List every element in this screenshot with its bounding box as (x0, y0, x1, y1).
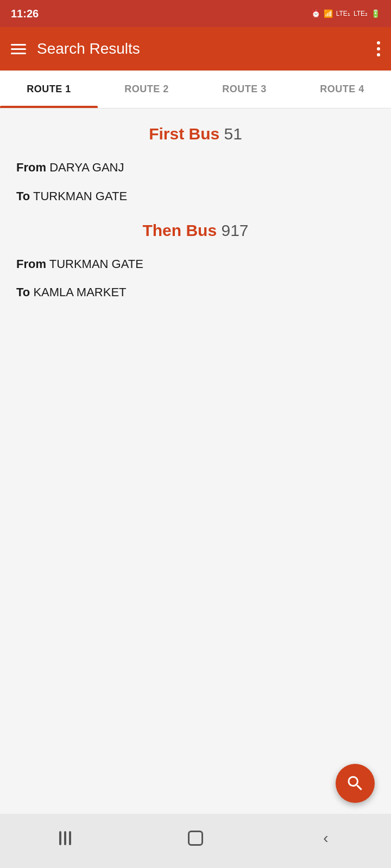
status-icons: ⏰ 📶 LTE₁ LTE₂ 🔋 (311, 9, 380, 18)
then-bus-to: To KAMLA MARKET (16, 284, 375, 301)
search-fab[interactable] (336, 764, 375, 803)
recent-apps-icon (59, 831, 71, 845)
status-time: 11:26 (11, 8, 39, 20)
first-bus-from-place: DARYA GANJ (49, 161, 124, 174)
then-bus-header: Then Bus 917 (16, 221, 375, 240)
first-bus-from-label: From (16, 161, 46, 174)
first-bus-to-label: To (16, 189, 30, 203)
menu-button[interactable] (11, 44, 26, 54)
signal-lte2-icon: LTE₂ (354, 10, 368, 17)
then-bus-section: Then Bus 917 From TURKMAN GATE To KAMLA … (16, 221, 375, 302)
main-content: First Bus 51 From DARYA GANJ To TURKMAN … (0, 108, 391, 334)
then-bus-label: Then Bus (142, 221, 217, 239)
first-bus-from: From DARYA GANJ (16, 159, 375, 176)
nav-bar: ‹ (0, 814, 391, 868)
page-title: Search Results (37, 40, 366, 58)
first-bus-section: First Bus 51 From DARYA GANJ To TURKMAN … (16, 125, 375, 205)
back-icon: ‹ (323, 829, 328, 847)
battery-icon: 🔋 (371, 9, 380, 18)
wifi-icon: 📶 (324, 9, 333, 18)
first-bus-to: To TURKMAN GATE (16, 188, 375, 205)
then-bus-to-place: KAMLA MARKET (33, 285, 126, 299)
then-bus-from-place: TURKMAN GATE (49, 257, 143, 271)
first-bus-label: First Bus (149, 125, 219, 143)
recent-apps-button[interactable] (49, 825, 81, 852)
tab-bar: ROUTE 1 ROUTE 2 ROUTE 3 ROUTE 4 (0, 71, 391, 108)
back-button[interactable]: ‹ (310, 825, 342, 852)
app-bar: Search Results (0, 27, 391, 71)
tab-route4[interactable]: ROUTE 4 (293, 71, 391, 108)
then-bus-from: From TURKMAN GATE (16, 256, 375, 273)
more-options-button[interactable] (377, 41, 380, 56)
tab-route2[interactable]: ROUTE 2 (98, 71, 195, 108)
signal-lte1-icon: LTE₁ (336, 10, 350, 17)
home-icon (188, 831, 203, 846)
first-bus-header: First Bus 51 (16, 125, 375, 143)
then-bus-number: 917 (221, 221, 248, 239)
status-bar: 11:26 ⏰ 📶 LTE₁ LTE₂ 🔋 (0, 0, 391, 27)
alarm-icon: ⏰ (311, 9, 320, 18)
first-bus-number: 51 (224, 125, 242, 143)
then-bus-from-label: From (16, 257, 46, 271)
home-button[interactable] (179, 825, 212, 852)
first-bus-to-place: TURKMAN GATE (33, 189, 127, 203)
tab-route1[interactable]: ROUTE 1 (0, 71, 98, 108)
tab-route3[interactable]: ROUTE 3 (195, 71, 293, 108)
then-bus-to-label: To (16, 285, 30, 299)
